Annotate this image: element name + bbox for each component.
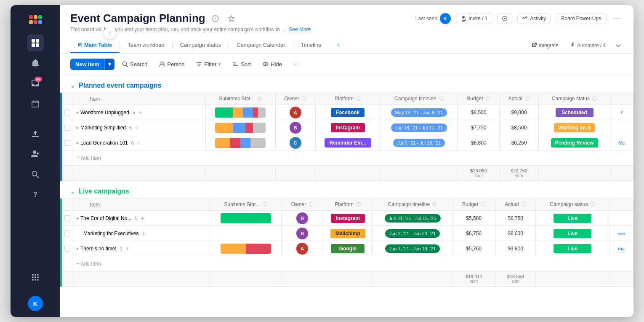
board-content: ⌄ Planned event campaigns Item bbox=[60, 75, 633, 317]
activity-btn[interactable]: Activity bbox=[517, 13, 551, 24]
col-owner-live: Owner ⓘ bbox=[282, 199, 323, 211]
add-subitem-btn[interactable]: + bbox=[137, 140, 141, 146]
search-button[interactable]: Search bbox=[118, 59, 152, 70]
sidebar-item-search[interactable] bbox=[27, 166, 44, 183]
automate-btn[interactable]: Automate / 4 bbox=[566, 41, 609, 50]
sidebar-item-bell[interactable] bbox=[27, 55, 44, 72]
activity-settings-btn[interactable] bbox=[497, 13, 512, 24]
tab-add[interactable]: + bbox=[329, 38, 348, 53]
add-item-row[interactable]: + Add Item bbox=[61, 150, 633, 166]
item-cell: ▸ Marketing Simplified 5 + bbox=[73, 120, 206, 135]
subitems-count: 2 bbox=[120, 246, 122, 251]
owner-cell: B bbox=[282, 211, 323, 226]
sort-button[interactable]: Sort bbox=[229, 59, 255, 70]
integrate-btn[interactable]: Integrate bbox=[528, 41, 562, 50]
item-name[interactable]: There's no time! bbox=[80, 246, 117, 252]
status-cell[interactable]: Scheduled bbox=[538, 105, 610, 120]
board-power-ups-btn[interactable]: Board Power-Ups bbox=[556, 13, 607, 24]
extra-cell bbox=[610, 120, 633, 135]
item-name[interactable]: Lead Generation 101 bbox=[80, 140, 128, 146]
platform-cell[interactable]: Reminder Em... bbox=[315, 135, 380, 150]
sidebar-item-inbox[interactable]: 56 bbox=[27, 75, 44, 92]
tab-campaign-status[interactable]: Campaign status bbox=[173, 38, 229, 53]
row-expand-icon[interactable]: ▸ bbox=[77, 110, 79, 115]
extra-cell: Me bbox=[610, 135, 633, 150]
col-timeline-live: Campaign timeline ⓘ bbox=[373, 199, 452, 211]
row-checkbox[interactable] bbox=[64, 215, 70, 221]
owner-cell: A bbox=[282, 241, 323, 256]
item-name[interactable]: Marketing Simplified bbox=[80, 125, 126, 131]
star-icon-btn[interactable] bbox=[226, 13, 237, 24]
platform-cell[interactable]: Facebook bbox=[315, 105, 380, 120]
sidebar-item-calendar[interactable] bbox=[27, 95, 44, 112]
status-cell[interactable]: Working on it bbox=[538, 120, 610, 135]
invite-btn[interactable]: Invite / 1 bbox=[456, 13, 492, 24]
add-subitem-btn[interactable]: + bbox=[141, 215, 144, 222]
add-subitem-btn[interactable]: + bbox=[138, 109, 142, 116]
sidebar-item-grid[interactable] bbox=[27, 35, 44, 51]
svg-rect-10 bbox=[32, 101, 39, 107]
owner-cell: B bbox=[282, 226, 323, 241]
sidebar-item-person-add[interactable] bbox=[27, 146, 44, 163]
person-filter-button[interactable]: Person bbox=[155, 59, 189, 70]
row-checkbox[interactable] bbox=[64, 231, 70, 236]
app-logo bbox=[27, 12, 43, 28]
platform-cell[interactable]: Mailchimp bbox=[323, 226, 373, 241]
sidebar-item-help[interactable]: ? bbox=[27, 186, 44, 203]
subitems-count: 5 bbox=[135, 216, 137, 221]
filter-button[interactable]: Filter ▾ bbox=[192, 59, 225, 70]
tab-campaign-calendar[interactable]: Campaign Calendar bbox=[229, 38, 293, 53]
svg-rect-0 bbox=[29, 15, 33, 19]
more-options-btn[interactable]: ··· bbox=[612, 13, 623, 24]
row-expand-icon[interactable]: ▸ bbox=[77, 125, 79, 130]
status-cell[interactable]: Live bbox=[535, 226, 609, 241]
sidebar-item-apps[interactable] bbox=[27, 269, 44, 286]
status-cell[interactable]: Live bbox=[535, 211, 609, 226]
budget-cell: $8,500 bbox=[458, 105, 500, 120]
svg-point-40 bbox=[265, 63, 266, 65]
tab-timeline[interactable]: Timeline bbox=[293, 38, 329, 53]
sidebar-collapse-btn[interactable]: › bbox=[104, 27, 116, 39]
group-toggle-live[interactable]: ⌄ bbox=[70, 188, 75, 195]
svg-rect-6 bbox=[32, 39, 35, 43]
row-checkbox[interactable] bbox=[64, 110, 70, 115]
sum-budget-live: $18,010 sum bbox=[452, 271, 495, 287]
col-subitems-live: Subitems Stat... ⓘ bbox=[210, 199, 282, 211]
tabs-collapse-btn[interactable] bbox=[613, 40, 623, 51]
info-icon-btn[interactable]: i bbox=[210, 13, 221, 24]
status-cell[interactable]: Live bbox=[535, 241, 609, 256]
row-expand-icon[interactable]: ▸ bbox=[77, 216, 79, 220]
user-avatar-sidebar[interactable]: K bbox=[28, 296, 43, 311]
row-checkbox[interactable] bbox=[64, 125, 70, 131]
add-item-label[interactable]: + Add Item bbox=[77, 155, 101, 161]
hide-button[interactable]: Hide bbox=[258, 59, 286, 70]
row-checkbox[interactable] bbox=[64, 246, 70, 252]
row-checkbox[interactable] bbox=[64, 140, 70, 146]
item-name[interactable]: Marketing for Executives bbox=[83, 231, 138, 236]
table-row: ▸ Workforce Unplugged 5 + bbox=[61, 105, 633, 120]
add-item-label[interactable]: + Add Item bbox=[77, 261, 101, 267]
sidebar-item-upload[interactable] bbox=[27, 126, 44, 142]
new-item-dropdown-arrow[interactable]: ▾ bbox=[104, 59, 114, 70]
platform-cell[interactable]: Instagram bbox=[323, 211, 373, 226]
platform-cell[interactable]: Instagram bbox=[315, 120, 380, 135]
add-item-row[interactable]: + Add Item bbox=[61, 256, 633, 271]
status-cell[interactable]: Pending Review bbox=[538, 135, 610, 150]
see-more-link[interactable]: See More bbox=[289, 27, 311, 32]
tab-main-table[interactable]: ⊞ Main Table bbox=[70, 38, 120, 53]
tab-team-workload[interactable]: Team workload bbox=[120, 38, 172, 53]
platform-cell[interactable]: Google bbox=[323, 241, 373, 256]
item-name[interactable]: The Era of Digital No... bbox=[80, 215, 131, 221]
toolbar-more-btn[interactable]: ··· bbox=[290, 58, 302, 70]
row-expand-icon[interactable]: ▸ bbox=[77, 246, 79, 251]
new-item-button[interactable]: New Item ▾ bbox=[70, 59, 114, 70]
add-subitem-btn[interactable]: + bbox=[135, 124, 138, 131]
add-subitem-btn[interactable]: + bbox=[142, 230, 145, 237]
item-name[interactable]: Workforce Unplugged bbox=[80, 110, 129, 115]
row-expand-icon[interactable]: ▸ bbox=[77, 140, 79, 145]
add-subitem-btn[interactable]: + bbox=[126, 245, 129, 252]
owner-cell: B bbox=[275, 120, 315, 135]
group-toggle-planned[interactable]: ⌄ bbox=[70, 82, 75, 89]
actual-cell: $8,000 bbox=[495, 226, 536, 241]
header-subtitle: This board will help you and your team p… bbox=[70, 27, 623, 32]
